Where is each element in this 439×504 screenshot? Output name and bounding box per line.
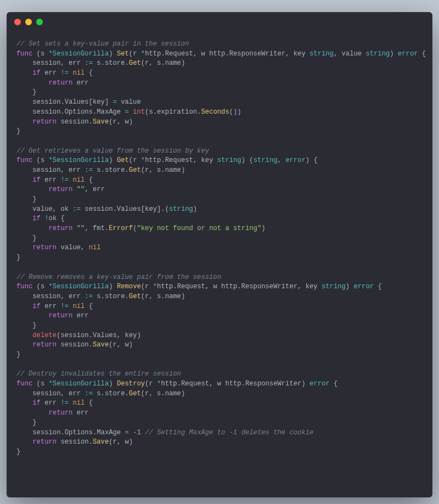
t: ) xyxy=(109,50,117,58)
t: (s xyxy=(32,156,48,164)
code-area[interactable]: // Set sets a key-value pair in the sess… xyxy=(7,32,432,467)
t xyxy=(16,244,32,251)
t: nil xyxy=(72,69,85,77)
t: -1 xyxy=(133,429,141,436)
t xyxy=(72,225,76,232)
t: err xyxy=(41,303,61,310)
t: { xyxy=(418,50,426,58)
t: ) xyxy=(109,156,117,164)
t: (r xyxy=(129,50,141,58)
t: != xyxy=(60,303,69,310)
t: err xyxy=(72,312,88,320)
t: int xyxy=(133,108,145,116)
t: Get xyxy=(129,166,141,174)
t: "" xyxy=(77,225,85,232)
t: , value xyxy=(334,50,366,58)
t xyxy=(16,215,32,222)
t: error xyxy=(309,380,330,388)
t: http.Request xyxy=(145,156,193,164)
minimize-icon[interactable] xyxy=(25,19,32,25)
kw-func: func xyxy=(16,50,32,58)
t: * xyxy=(49,156,53,164)
comment: // Get retrieves a value from the sessio… xyxy=(16,147,209,155)
t: return xyxy=(32,244,57,251)
t: http.Request xyxy=(145,50,193,58)
close-icon[interactable] xyxy=(14,19,21,25)
t: (r, s.name) xyxy=(141,166,185,174)
t: , w http.ResponseWriter, key xyxy=(205,283,322,290)
t: return xyxy=(32,118,57,126)
zoom-icon[interactable] xyxy=(36,19,43,25)
t: session, err xyxy=(16,59,85,67)
t: * xyxy=(49,50,53,58)
t: (r, w) xyxy=(109,341,133,349)
t: Errorf xyxy=(109,225,133,232)
t: * xyxy=(49,283,53,290)
fn-name: Set xyxy=(117,50,129,58)
t: , err xyxy=(85,186,105,193)
t: { xyxy=(374,283,382,290)
t: return xyxy=(49,186,73,193)
t: , w http.ResponseWriter, key xyxy=(193,50,309,58)
t xyxy=(16,69,32,77)
t: if xyxy=(32,399,41,407)
t: , fmt. xyxy=(85,225,109,232)
t xyxy=(16,79,49,87)
t xyxy=(16,225,49,232)
t: string xyxy=(254,156,278,164)
t: { xyxy=(85,69,93,77)
t: } xyxy=(16,351,20,359)
t: string xyxy=(309,50,334,58)
t: Save xyxy=(93,438,109,446)
t: http.Request xyxy=(157,283,205,290)
t: s.store. xyxy=(93,59,129,67)
t: SessionGorilla xyxy=(53,283,109,290)
t: session, err xyxy=(16,390,85,397)
t: s.store. xyxy=(93,390,129,397)
t: != xyxy=(60,69,69,77)
t: string xyxy=(169,205,193,213)
t: string xyxy=(217,156,241,164)
t: nil xyxy=(72,399,85,407)
t: := xyxy=(72,205,81,213)
t: err xyxy=(41,69,61,77)
t: (r, s.name) xyxy=(141,390,185,397)
comment: // Remove removes a key-value pair from … xyxy=(16,273,221,281)
t: (r xyxy=(141,283,153,290)
t xyxy=(16,312,49,320)
t: nil xyxy=(72,176,85,184)
t: Get xyxy=(129,293,141,300)
t: (s xyxy=(32,50,48,58)
t: SessionGorilla xyxy=(53,380,109,388)
editor-window: // Set sets a key-value pair in the sess… xyxy=(7,12,432,497)
t: error xyxy=(285,156,306,164)
t: session.Values[key] xyxy=(16,98,113,106)
t: ) xyxy=(390,50,398,58)
t: s.store. xyxy=(93,166,129,174)
t xyxy=(16,341,32,349)
t: } xyxy=(16,322,37,329)
t: err xyxy=(72,79,88,87)
t: , w http.ResponseWriter) xyxy=(209,380,309,388)
fn-name: Get xyxy=(117,156,129,164)
t xyxy=(16,176,32,184)
t: (r, w) xyxy=(109,438,133,446)
t: (s xyxy=(32,380,48,388)
t: if xyxy=(32,176,41,184)
t xyxy=(16,186,49,193)
t: return xyxy=(49,312,73,320)
t: return xyxy=(49,409,73,417)
t: ) { xyxy=(306,156,318,164)
t: (r xyxy=(129,156,141,164)
t: nil xyxy=(72,303,85,310)
t: Save xyxy=(93,341,109,349)
t: error xyxy=(398,50,418,58)
t: := xyxy=(85,59,93,67)
t: value xyxy=(117,98,141,106)
t: value, ok xyxy=(16,205,72,213)
fn-name: Remove xyxy=(117,283,141,290)
t: { xyxy=(85,399,93,407)
kw-func: func xyxy=(16,283,32,290)
t: != xyxy=(60,399,69,407)
t xyxy=(16,332,32,339)
